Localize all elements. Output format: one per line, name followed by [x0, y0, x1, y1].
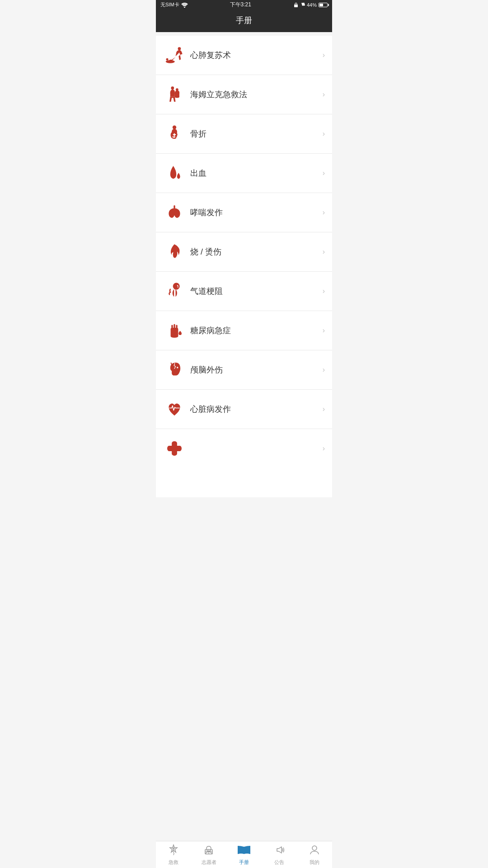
sim-status: 无SIM卡 — [160, 1, 179, 8]
svg-point-12 — [173, 283, 180, 290]
bleeding-icon — [163, 162, 186, 184]
bleeding-label: 出血 — [190, 168, 323, 179]
fracture-icon — [163, 123, 186, 145]
status-left: 无SIM卡 — [160, 1, 188, 8]
list-item-diabetes[interactable]: 糖尿病急症 › — [156, 311, 332, 350]
airway-label: 气道梗阻 — [190, 286, 323, 297]
heimlich-label: 海姆立克急救法 — [190, 89, 323, 100]
head-icon — [163, 359, 186, 381]
battery-percent: 44% — [307, 2, 317, 8]
head-arrow: › — [323, 366, 325, 374]
heart-label: 心脏病发作 — [190, 404, 323, 415]
list-item-fracture[interactable]: 骨折 › — [156, 114, 332, 154]
cpr-arrow: › — [323, 51, 325, 59]
svg-rect-15 — [174, 324, 175, 329]
svg-point-0 — [184, 6, 185, 8]
list-item-heimlich[interactable]: 海姆立克急救法 › — [156, 75, 332, 114]
svg-point-2 — [178, 47, 181, 50]
heart-icon — [163, 398, 186, 420]
svg-rect-5 — [169, 60, 173, 61]
svg-point-13 — [178, 285, 178, 286]
list-item-burn[interactable]: 烧 / 烫伤 › — [156, 232, 332, 272]
svg-rect-16 — [176, 325, 177, 328]
more-icon — [163, 437, 186, 460]
status-bar: 无SIM卡 下午3:21 44% — [156, 0, 332, 9]
svg-rect-1 — [294, 5, 298, 7]
asthma-label: 哮喘发作 — [190, 207, 323, 218]
asthma-arrow: › — [323, 208, 325, 217]
heimlich-arrow: › — [323, 90, 325, 99]
burn-icon — [163, 241, 186, 263]
asthma-icon — [163, 201, 186, 224]
list-item-heart[interactable]: 心脏病发作 › — [156, 390, 332, 429]
cpr-label: 心肺复苏术 — [190, 50, 323, 61]
lock-icon — [293, 2, 299, 8]
burn-arrow: › — [323, 248, 325, 256]
cpr-icon — [163, 44, 186, 66]
airway-icon — [163, 280, 186, 302]
diabetes-icon — [163, 319, 186, 342]
fracture-label: 骨折 — [190, 128, 323, 139]
svg-rect-11 — [174, 205, 175, 209]
page-title: 手册 — [236, 16, 252, 25]
list-item-more[interactable]: › — [156, 429, 332, 468]
fracture-arrow: › — [323, 130, 325, 138]
svg-point-6 — [171, 86, 174, 90]
status-time: 下午3:21 — [230, 1, 251, 9]
head-label: 颅脑外伤 — [190, 364, 323, 375]
bleeding-arrow: › — [323, 169, 325, 177]
heimlich-icon — [163, 83, 186, 106]
battery-icon — [319, 3, 328, 7]
diabetes-arrow: › — [323, 326, 325, 335]
svg-point-17 — [177, 367, 178, 368]
status-right: 44% — [293, 2, 328, 8]
svg-rect-10 — [174, 133, 175, 137]
more-arrow: › — [323, 444, 325, 453]
svg-rect-14 — [171, 325, 173, 328]
list-item-head[interactable]: 颅脑外伤 › — [156, 350, 332, 390]
list-item-cpr[interactable]: 心肺复苏术 › — [156, 36, 332, 75]
burn-label: 烧 / 烫伤 — [190, 246, 323, 257]
location-icon — [300, 2, 305, 8]
list-item-bleeding[interactable]: 出血 › — [156, 154, 332, 193]
svg-point-4 — [166, 58, 169, 61]
diabetes-label: 糖尿病急症 — [190, 325, 323, 336]
page-header: 手册 — [156, 9, 332, 32]
handbook-list: 心肺复苏术 › 海姆立克急救法 › — [156, 36, 332, 497]
wifi-icon — [181, 2, 188, 8]
list-item-asthma[interactable]: 哮喘发作 › — [156, 193, 332, 232]
heart-arrow: › — [323, 405, 325, 413]
airway-arrow: › — [323, 287, 325, 295]
list-item-airway[interactable]: 气道梗阻 › — [156, 272, 332, 311]
svg-point-8 — [173, 126, 176, 129]
